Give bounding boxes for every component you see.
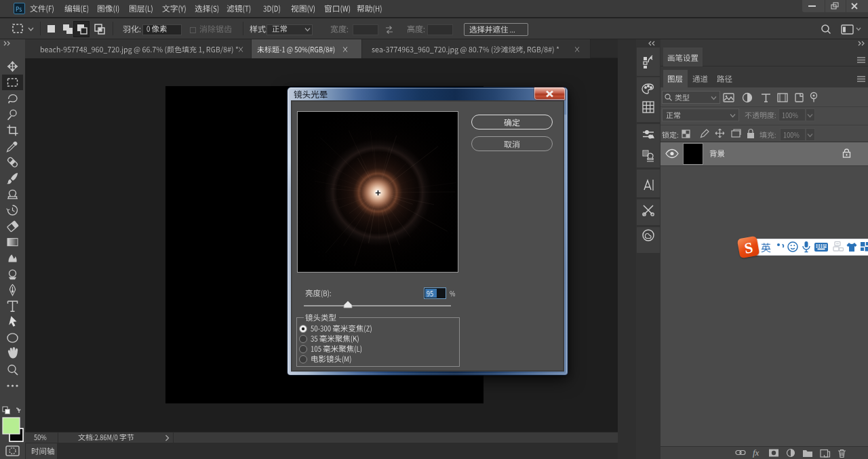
svg-text:S: S bbox=[743, 239, 754, 257]
svg-text:fx: fx bbox=[753, 447, 760, 458]
